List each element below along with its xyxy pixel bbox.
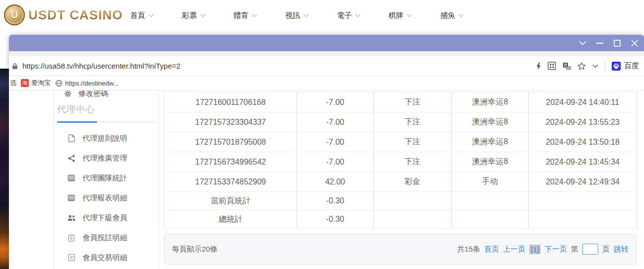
nav-item-label: 捕魚 [440, 11, 455, 20]
window-close-button[interactable] [630, 39, 639, 48]
nav-item-sports[interactable]: 體育 [234, 11, 257, 20]
page: U USDT CASINO 首頁 彩票 體育 視訊 電子 [0, 0, 644, 269]
nav-item-fishing[interactable]: 捕魚 [440, 11, 464, 20]
table-row-grand-total: 總統計 -0.30 [164, 210, 637, 229]
users-icon [67, 215, 76, 221]
sidebar-item-agent-promotion[interactable]: 代理推廣管理 [54, 148, 159, 168]
bookmark-item-partial[interactable]: 选 [10, 79, 16, 88]
nav-item-label: 彩票 [182, 11, 197, 20]
cell-type: 下注 [374, 112, 452, 132]
cell-amount: -7.00 [297, 92, 374, 112]
sidebar-menu: 代理規則說明 代理推廣管理 代理團隊統計 [54, 128, 159, 268]
background-image-strip [0, 69, 9, 269]
cell-game: 澳洲幸运8 [452, 92, 529, 112]
cell-game [452, 192, 529, 210]
cell-type [374, 210, 452, 229]
nav-item-video[interactable]: 視訊 [285, 11, 309, 20]
apps-grid-icon[interactable] [548, 62, 556, 70]
chevron-down-icon [458, 13, 464, 17]
window-maximize-button[interactable] [613, 39, 622, 48]
sidebar-item-member-bet-detail[interactable]: 會員投註明細 [54, 228, 159, 248]
bet-records-table: 1727160011706168 -7.00 下注 澳洲幸运8 2024-09-… [164, 92, 637, 229]
sidebar-item-label: 代理團隊統計 [82, 174, 127, 183]
cell-amount: -7.00 [297, 132, 374, 152]
sidebar-item-label: 修改密碼 [79, 90, 108, 98]
sidebar-item-member-transaction-detail[interactable]: 會員交易明細 [54, 248, 159, 268]
sidebar-divider-accent [57, 121, 97, 123]
table-row: 1727160011706168 -7.00 下注 澳洲幸运8 2024-09-… [164, 92, 637, 112]
sidebar-item-agent-team-stats[interactable]: 代理團隊統計 [54, 168, 159, 188]
url-text[interactable]: https://usa58.tv/hhcp/usercenter.html?in… [22, 62, 180, 70]
table-row: 1727157323304337 -7.00 下注 澳洲幸运8 2024-09-… [164, 112, 637, 132]
cell-type: 彩金 [374, 172, 452, 192]
cell-time: 2024-09-24 13:50:18 [529, 132, 637, 152]
lock-icon[interactable] [12, 63, 18, 70]
chevron-down-icon [148, 13, 154, 17]
bookmark-taobao[interactable]: 淘 爱淘宝 [21, 79, 51, 88]
cell-type: 下注 [374, 132, 452, 152]
window-minimize-button[interactable] [595, 39, 604, 48]
cell-amount: 42.00 [297, 172, 374, 192]
lightning-icon[interactable] [536, 62, 541, 70]
nav-item-slots[interactable]: 電子 [337, 11, 361, 20]
cell-game: 澳洲幸运8 [452, 152, 529, 172]
page-size-label: 每頁顯示20條 [172, 245, 218, 254]
casino-logo-text: USDT CASINO [28, 7, 123, 23]
first-page-link[interactable]: 首页 [484, 245, 499, 254]
translate-icon[interactable] [563, 62, 571, 70]
cell-amount: -7.00 [297, 112, 374, 132]
nav-item-label: 首頁 [130, 11, 145, 20]
cell-type [374, 192, 452, 210]
cell-amount: -0.30 [297, 210, 374, 229]
window-titlebar[interactable] [9, 35, 644, 51]
nav-item-lottery[interactable]: 彩票 [182, 11, 206, 20]
cell-time: 2024-09-24 14:40:11 [529, 92, 637, 112]
chevron-down-icon [406, 13, 412, 17]
sidebar-section-title: 代理中心 [57, 103, 95, 115]
bookmark-taobao-label: 爱淘宝 [31, 79, 51, 88]
prev-page-link[interactable]: 上一页 [503, 245, 525, 254]
window-toolstrip [9, 51, 644, 56]
casino-logo-icon: U [4, 4, 25, 25]
taobao-icon: 淘 [21, 79, 29, 87]
next-page-link[interactable]: 下一页 [545, 245, 567, 254]
table-row-page-total: 當前頁統計 -0.30 [164, 192, 637, 210]
nav-item-cards[interactable]: 棋牌 [389, 11, 412, 20]
sidebar-item-label: 代理報表明細 [82, 193, 127, 203]
sidebar-item-label: 代理規則說明 [82, 134, 127, 143]
cell-label: 當前頁統計 [164, 192, 297, 210]
page-jump-input[interactable] [582, 244, 598, 255]
window-controls [578, 35, 639, 51]
share-icon [67, 155, 76, 162]
sidebar-item-agent-report-detail[interactable]: 代理報表明細 [54, 188, 159, 208]
gear-icon [64, 90, 72, 97]
table-row: 1727157018795008 -7.00 下注 澳洲幸运8 2024-09-… [164, 132, 637, 152]
address-bar[interactable]: https://usa58.tv/hhcp/usercenter.html?in… [9, 56, 644, 76]
table-row: 1727156734996542 -7.00 下注 澳洲幸运8 2024-09-… [164, 152, 637, 172]
baidu-search-button[interactable]: 百度 [612, 61, 639, 71]
nav-item-home[interactable]: 首頁 [130, 11, 154, 20]
sidebar-item-agent-downline-members[interactable]: 代理下級會員 [54, 208, 159, 228]
address-bar-actions: 百度 [536, 61, 639, 71]
jump-suffix-label: 页 [602, 245, 610, 254]
window-menu-chevron-icon[interactable] [578, 39, 587, 48]
chevron-down-icon [251, 13, 257, 17]
cell-game: 澳洲幸运8 [452, 132, 529, 152]
bookmark-link-label: https://destinedw... [65, 80, 119, 87]
report-icon [67, 175, 76, 181]
table-row: 1727153374852909 42.00 彩金 手动 2024-09-24 … [164, 172, 637, 192]
page-content: 修改密碼 代理中心 代理規則說明 [9, 90, 644, 269]
globe-icon [55, 80, 63, 87]
current-page-indicator: [1] [529, 245, 541, 254]
bookmark-star-icon[interactable] [577, 62, 586, 70]
casino-logo[interactable]: U USDT CASINO [4, 4, 123, 25]
cell-amount: -7.00 [297, 152, 374, 172]
bookmark-link[interactable]: https://destinedw... [55, 80, 119, 87]
sidebar-item-agent-rules[interactable]: 代理規則說明 [54, 128, 159, 148]
cell-game: 手动 [452, 172, 529, 192]
jump-button[interactable]: 跳转 [614, 245, 629, 254]
toolbar-chevron-down-icon[interactable] [592, 64, 598, 68]
cell-game: 澳洲幸运8 [452, 112, 529, 132]
sidebar-item-change-password[interactable]: 修改密碼 [64, 90, 108, 98]
nav-item-label: 體育 [234, 11, 248, 20]
